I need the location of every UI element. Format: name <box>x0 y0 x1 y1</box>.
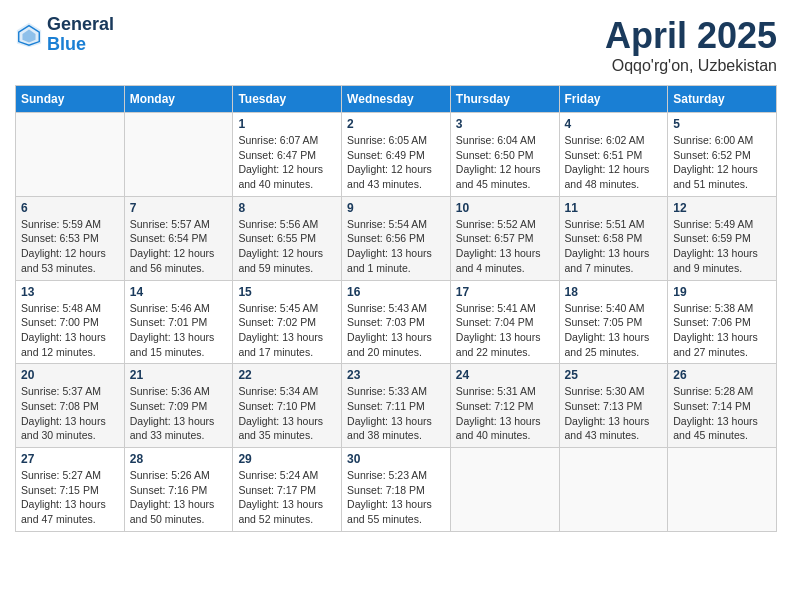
calendar-cell <box>16 113 125 197</box>
day-number: 22 <box>238 368 336 382</box>
location-subtitle: Oqqo'rg'on, Uzbekistan <box>605 57 777 75</box>
calendar-cell: 20Sunrise: 5:37 AMSunset: 7:08 PMDayligh… <box>16 364 125 448</box>
calendar-cell <box>450 448 559 532</box>
calendar-cell: 17Sunrise: 5:41 AMSunset: 7:04 PMDayligh… <box>450 280 559 364</box>
calendar-cell: 22Sunrise: 5:34 AMSunset: 7:10 PMDayligh… <box>233 364 342 448</box>
day-number: 25 <box>565 368 663 382</box>
month-title: April 2025 <box>605 15 777 57</box>
logo: General Blue <box>15 15 114 55</box>
day-number: 29 <box>238 452 336 466</box>
day-info: Sunrise: 5:30 AMSunset: 7:13 PMDaylight:… <box>565 384 663 443</box>
day-info: Sunrise: 5:52 AMSunset: 6:57 PMDaylight:… <box>456 217 554 276</box>
weekday-header-friday: Friday <box>559 86 668 113</box>
calendar-week-row: 20Sunrise: 5:37 AMSunset: 7:08 PMDayligh… <box>16 364 777 448</box>
day-info: Sunrise: 6:07 AMSunset: 6:47 PMDaylight:… <box>238 133 336 192</box>
day-info: Sunrise: 5:48 AMSunset: 7:00 PMDaylight:… <box>21 301 119 360</box>
day-number: 27 <box>21 452 119 466</box>
calendar-cell <box>124 113 233 197</box>
day-number: 5 <box>673 117 771 131</box>
day-info: Sunrise: 5:24 AMSunset: 7:17 PMDaylight:… <box>238 468 336 527</box>
weekday-header-thursday: Thursday <box>450 86 559 113</box>
day-info: Sunrise: 5:41 AMSunset: 7:04 PMDaylight:… <box>456 301 554 360</box>
day-number: 14 <box>130 285 228 299</box>
calendar-cell: 25Sunrise: 5:30 AMSunset: 7:13 PMDayligh… <box>559 364 668 448</box>
day-number: 20 <box>21 368 119 382</box>
day-number: 18 <box>565 285 663 299</box>
calendar-cell: 29Sunrise: 5:24 AMSunset: 7:17 PMDayligh… <box>233 448 342 532</box>
day-number: 26 <box>673 368 771 382</box>
day-number: 23 <box>347 368 445 382</box>
calendar-cell: 9Sunrise: 5:54 AMSunset: 6:56 PMDaylight… <box>342 196 451 280</box>
day-number: 7 <box>130 201 228 215</box>
calendar-cell: 12Sunrise: 5:49 AMSunset: 6:59 PMDayligh… <box>668 196 777 280</box>
calendar-table: SundayMondayTuesdayWednesdayThursdayFrid… <box>15 85 777 532</box>
calendar-cell: 16Sunrise: 5:43 AMSunset: 7:03 PMDayligh… <box>342 280 451 364</box>
day-info: Sunrise: 5:26 AMSunset: 7:16 PMDaylight:… <box>130 468 228 527</box>
calendar-cell: 21Sunrise: 5:36 AMSunset: 7:09 PMDayligh… <box>124 364 233 448</box>
calendar-cell: 23Sunrise: 5:33 AMSunset: 7:11 PMDayligh… <box>342 364 451 448</box>
weekday-header-saturday: Saturday <box>668 86 777 113</box>
day-number: 21 <box>130 368 228 382</box>
day-number: 17 <box>456 285 554 299</box>
day-number: 30 <box>347 452 445 466</box>
calendar-cell: 6Sunrise: 5:59 AMSunset: 6:53 PMDaylight… <box>16 196 125 280</box>
day-info: Sunrise: 5:27 AMSunset: 7:15 PMDaylight:… <box>21 468 119 527</box>
calendar-week-row: 6Sunrise: 5:59 AMSunset: 6:53 PMDaylight… <box>16 196 777 280</box>
weekday-header-sunday: Sunday <box>16 86 125 113</box>
day-number: 24 <box>456 368 554 382</box>
calendar-cell <box>559 448 668 532</box>
calendar-cell: 30Sunrise: 5:23 AMSunset: 7:18 PMDayligh… <box>342 448 451 532</box>
weekday-header-tuesday: Tuesday <box>233 86 342 113</box>
day-info: Sunrise: 5:56 AMSunset: 6:55 PMDaylight:… <box>238 217 336 276</box>
logo-general: General <box>47 14 114 34</box>
day-number: 4 <box>565 117 663 131</box>
day-info: Sunrise: 6:04 AMSunset: 6:50 PMDaylight:… <box>456 133 554 192</box>
day-info: Sunrise: 5:46 AMSunset: 7:01 PMDaylight:… <box>130 301 228 360</box>
day-number: 28 <box>130 452 228 466</box>
day-info: Sunrise: 5:34 AMSunset: 7:10 PMDaylight:… <box>238 384 336 443</box>
calendar-cell: 7Sunrise: 5:57 AMSunset: 6:54 PMDaylight… <box>124 196 233 280</box>
page-header: General Blue April 2025 Oqqo'rg'on, Uzbe… <box>15 15 777 75</box>
day-info: Sunrise: 5:31 AMSunset: 7:12 PMDaylight:… <box>456 384 554 443</box>
weekday-header-wednesday: Wednesday <box>342 86 451 113</box>
weekday-header-monday: Monday <box>124 86 233 113</box>
calendar-week-row: 27Sunrise: 5:27 AMSunset: 7:15 PMDayligh… <box>16 448 777 532</box>
calendar-cell: 19Sunrise: 5:38 AMSunset: 7:06 PMDayligh… <box>668 280 777 364</box>
calendar-cell: 5Sunrise: 6:00 AMSunset: 6:52 PMDaylight… <box>668 113 777 197</box>
day-number: 2 <box>347 117 445 131</box>
day-info: Sunrise: 5:28 AMSunset: 7:14 PMDaylight:… <box>673 384 771 443</box>
day-info: Sunrise: 5:59 AMSunset: 6:53 PMDaylight:… <box>21 217 119 276</box>
day-info: Sunrise: 5:40 AMSunset: 7:05 PMDaylight:… <box>565 301 663 360</box>
logo-blue: Blue <box>47 34 86 54</box>
day-info: Sunrise: 5:36 AMSunset: 7:09 PMDaylight:… <box>130 384 228 443</box>
day-number: 13 <box>21 285 119 299</box>
day-number: 9 <box>347 201 445 215</box>
day-number: 10 <box>456 201 554 215</box>
calendar-cell: 14Sunrise: 5:46 AMSunset: 7:01 PMDayligh… <box>124 280 233 364</box>
day-info: Sunrise: 5:33 AMSunset: 7:11 PMDaylight:… <box>347 384 445 443</box>
calendar-cell: 8Sunrise: 5:56 AMSunset: 6:55 PMDaylight… <box>233 196 342 280</box>
day-info: Sunrise: 6:02 AMSunset: 6:51 PMDaylight:… <box>565 133 663 192</box>
day-number: 3 <box>456 117 554 131</box>
day-info: Sunrise: 5:23 AMSunset: 7:18 PMDaylight:… <box>347 468 445 527</box>
weekday-header-row: SundayMondayTuesdayWednesdayThursdayFrid… <box>16 86 777 113</box>
day-info: Sunrise: 5:51 AMSunset: 6:58 PMDaylight:… <box>565 217 663 276</box>
day-number: 15 <box>238 285 336 299</box>
logo-text: General Blue <box>47 15 114 55</box>
day-info: Sunrise: 5:38 AMSunset: 7:06 PMDaylight:… <box>673 301 771 360</box>
day-info: Sunrise: 5:57 AMSunset: 6:54 PMDaylight:… <box>130 217 228 276</box>
day-number: 6 <box>21 201 119 215</box>
day-number: 1 <box>238 117 336 131</box>
day-info: Sunrise: 5:37 AMSunset: 7:08 PMDaylight:… <box>21 384 119 443</box>
day-info: Sunrise: 5:43 AMSunset: 7:03 PMDaylight:… <box>347 301 445 360</box>
calendar-week-row: 1Sunrise: 6:07 AMSunset: 6:47 PMDaylight… <box>16 113 777 197</box>
day-info: Sunrise: 5:49 AMSunset: 6:59 PMDaylight:… <box>673 217 771 276</box>
calendar-cell: 18Sunrise: 5:40 AMSunset: 7:05 PMDayligh… <box>559 280 668 364</box>
day-number: 16 <box>347 285 445 299</box>
calendar-week-row: 13Sunrise: 5:48 AMSunset: 7:00 PMDayligh… <box>16 280 777 364</box>
calendar-cell <box>668 448 777 532</box>
title-block: April 2025 Oqqo'rg'on, Uzbekistan <box>605 15 777 75</box>
day-number: 8 <box>238 201 336 215</box>
calendar-cell: 10Sunrise: 5:52 AMSunset: 6:57 PMDayligh… <box>450 196 559 280</box>
calendar-cell: 3Sunrise: 6:04 AMSunset: 6:50 PMDaylight… <box>450 113 559 197</box>
